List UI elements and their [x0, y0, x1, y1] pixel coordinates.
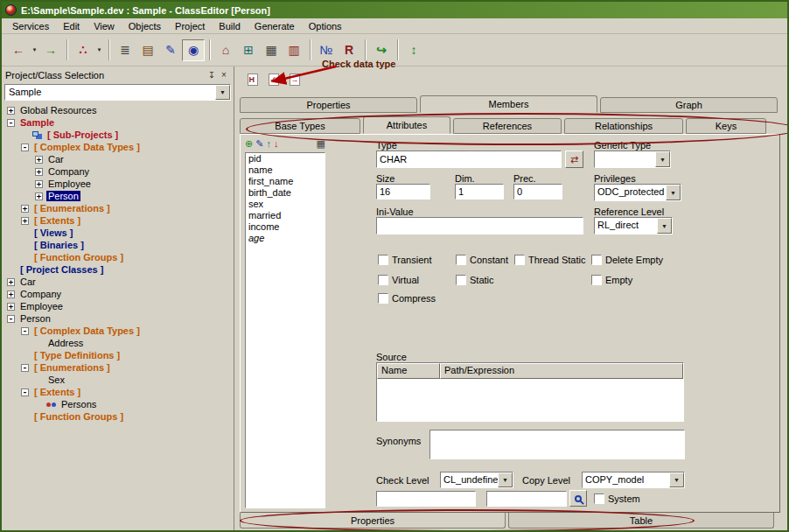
tree-item[interactable]: +Company	[2, 288, 234, 300]
menu-generate[interactable]: Generate	[248, 19, 302, 33]
virtual-checkbox[interactable]: Virtual	[378, 275, 419, 285]
tree-expander[interactable]: -	[21, 144, 29, 151]
grid-button[interactable]: ▦	[260, 39, 283, 61]
reference-level-dropdown[interactable]: RL_direct ▼	[594, 217, 673, 234]
tree-item[interactable]: +Employee	[2, 178, 234, 190]
constant-checkbox[interactable]: Constant	[456, 255, 508, 265]
menu-project[interactable]: Project	[168, 19, 212, 33]
menu-options[interactable]: Options	[302, 19, 349, 33]
attribute-item[interactable]: married	[246, 210, 325, 221]
tree-expander[interactable]: +	[21, 205, 29, 213]
chevron-down-icon[interactable]: ▼	[657, 218, 672, 234]
source-col-path[interactable]: Path/Expression	[440, 363, 683, 379]
attribute-list[interactable]: pid name first_name birth_date sex marri…	[245, 152, 325, 508]
compress-checkbox[interactable]: Compress	[378, 293, 436, 304]
tree-item[interactable]: -[ Complex Data Types ]	[2, 325, 234, 337]
tree-item[interactable]: [ Type Definitions ]	[2, 349, 234, 361]
tree-expander[interactable]: -	[21, 364, 29, 372]
expand-data-type-button[interactable]: →	[285, 71, 304, 88]
tree-item[interactable]: [ Function Groups ]	[2, 251, 234, 263]
attribute-item[interactable]: name	[246, 164, 325, 176]
thread-static-checkbox[interactable]: Thread Static	[514, 255, 585, 265]
delete-empty-checkbox[interactable]: Delete Empty	[591, 255, 663, 265]
back-button[interactable]: ←	[7, 39, 30, 61]
tab-graph[interactable]: Graph	[600, 97, 778, 113]
chevron-down-icon[interactable]: ▼	[666, 185, 681, 200]
prec-input[interactable]	[513, 184, 562, 200]
attribute-item[interactable]: birth_date	[246, 187, 325, 199]
tree-item[interactable]: [ Binaries ]	[2, 239, 234, 251]
tree-item[interactable]: +Car	[2, 153, 234, 165]
tab-properties[interactable]: Properties	[240, 97, 417, 113]
ini-value-input[interactable]	[376, 217, 583, 234]
tree-expander[interactable]: +	[35, 156, 43, 164]
source-table[interactable]: Name Path/Expression	[376, 362, 684, 422]
tree-item[interactable]: -[ Extents ]	[2, 386, 234, 398]
book-button[interactable]: ▤	[136, 39, 159, 61]
titlebar[interactable]: E:\Sample\Sample.dev : Sample - ClassEdi…	[2, 2, 787, 18]
tree-expander[interactable]: +	[7, 278, 15, 286]
tab-base-types[interactable]: Base Types	[240, 118, 360, 134]
pin-icon[interactable]: ↧	[206, 69, 218, 80]
privileges-dropdown[interactable]: ODC_protected ▼	[594, 184, 681, 201]
tree-expander[interactable]: -	[21, 388, 29, 396]
menu-build[interactable]: Build	[212, 19, 247, 33]
tree-item-selected[interactable]: +Person	[2, 190, 234, 202]
tree-item[interactable]: +Company	[2, 165, 234, 178]
tree-expander[interactable]: +	[35, 168, 43, 176]
attribute-item[interactable]: income	[246, 221, 325, 233]
bottom-field-1[interactable]	[376, 491, 476, 507]
transient-checkbox[interactable]: Transient	[378, 255, 431, 265]
tree-item[interactable]: [ Sub-Projects ]	[2, 129, 234, 141]
source-col-name[interactable]: Name	[377, 363, 440, 379]
tree-expander[interactable]: -	[7, 119, 15, 127]
tree-item[interactable]: -Sample	[2, 116, 234, 129]
numbering-button[interactable]: №	[315, 39, 338, 61]
inherited-members-button[interactable]: H	[243, 71, 262, 88]
tree-item[interactable]: [ Project Classes ]	[2, 263, 234, 276]
tree-item[interactable]: -[ Complex Data Types ]	[2, 141, 234, 153]
menu-objects[interactable]: Objects	[122, 19, 168, 33]
menu-view[interactable]: View	[87, 19, 122, 33]
project-button[interactable]: ⌂	[214, 39, 237, 61]
tree-expander[interactable]: -	[7, 315, 15, 323]
static-checkbox[interactable]: Static	[456, 275, 494, 285]
tree-expander[interactable]: +	[7, 107, 15, 115]
chevron-down-icon[interactable]: ▼	[669, 472, 684, 487]
close-icon[interactable]: ×	[218, 69, 230, 80]
tree-expander[interactable]: +	[7, 290, 15, 298]
form-editor-button[interactable]: ✎	[159, 39, 182, 61]
tree-item[interactable]: +[ Extents ]	[2, 214, 234, 227]
tab-bottom-table[interactable]: Table	[508, 513, 774, 528]
forward-button[interactable]: →	[39, 39, 62, 61]
new-attribute-icon[interactable]: ⊕	[245, 139, 253, 149]
system-checkbox[interactable]: System	[594, 494, 640, 504]
dim-input[interactable]	[455, 184, 504, 200]
attribute-item[interactable]: age	[246, 233, 325, 244]
tree-item[interactable]: Sex	[2, 374, 234, 386]
size-input[interactable]	[376, 184, 430, 200]
empty-checkbox[interactable]: Empty	[591, 275, 632, 285]
view-list-button[interactable]: ≣	[114, 39, 136, 61]
attribute-grid-icon[interactable]: ▦	[317, 139, 325, 149]
tree-item[interactable]: [ Function Groups ]	[2, 410, 234, 423]
tree-item[interactable]: -Person	[2, 312, 234, 325]
tree-item[interactable]: +Employee	[2, 300, 234, 312]
back-dropdown-button[interactable]: ▼	[30, 39, 39, 61]
attribute-item[interactable]: first_name	[246, 176, 325, 187]
table-button[interactable]: ⊞	[237, 39, 260, 61]
tree-item[interactable]: -[ Enumerations ]	[2, 361, 234, 374]
sync-button[interactable]: ↕	[402, 39, 425, 61]
run-button[interactable]: ↪	[370, 39, 393, 61]
chevron-down-icon[interactable]: ▼	[655, 151, 670, 167]
check-data-type-button[interactable]: ✓	[264, 71, 283, 88]
tree-expander[interactable]: +	[7, 303, 15, 311]
tree-expander[interactable]: +	[21, 217, 29, 225]
tree-expander[interactable]: +	[35, 192, 43, 200]
bottom-field-2[interactable]	[486, 491, 567, 507]
move-up-icon[interactable]: ↑	[266, 139, 271, 149]
tree-expander[interactable]: +	[35, 180, 43, 188]
generic-type-dropdown[interactable]: ▼	[594, 150, 671, 168]
tab-members[interactable]: Members	[420, 95, 597, 113]
tree-item[interactable]: +Global Resources	[2, 104, 234, 116]
